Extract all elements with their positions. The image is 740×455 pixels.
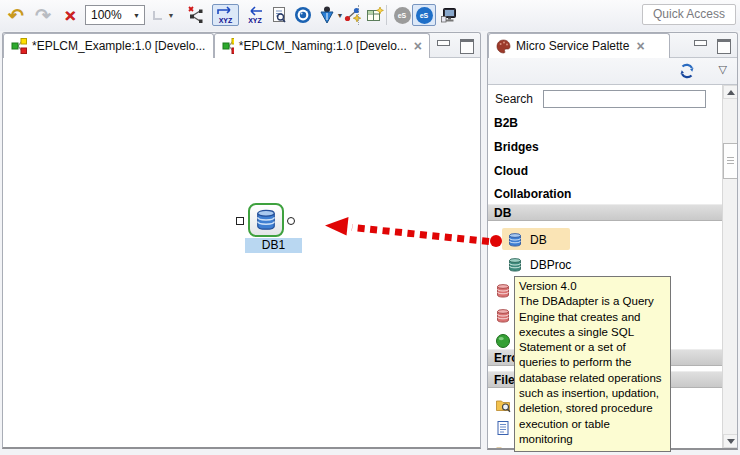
database-red-icon xyxy=(495,283,511,299)
editor-tab-eplcm-naming[interactable]: *EPLCM_Naming:1.0 [Develo... × xyxy=(214,33,430,58)
database-proc-icon xyxy=(507,257,523,273)
file-document-icon xyxy=(495,420,511,436)
scroll-down-icon[interactable] xyxy=(723,434,737,448)
estudio-perspective-icon[interactable]: eS xyxy=(391,4,413,26)
category-db[interactable]: DB xyxy=(488,204,722,221)
category-b2b[interactable]: B2B xyxy=(494,116,518,130)
hide-names-icon[interactable]: XYZ xyxy=(242,4,268,26)
refresh-icon[interactable] xyxy=(677,61,697,85)
editor-area: *EPLCM_Example:1.0 [Develo... *EPLCM_Nam… xyxy=(2,32,481,449)
db-node[interactable] xyxy=(248,203,284,237)
palette-toolbar: ▽ xyxy=(488,58,737,85)
route-breakpoint-icon[interactable] xyxy=(341,4,365,26)
new-table-icon[interactable] xyxy=(363,4,387,26)
close-view-icon[interactable]: × xyxy=(636,39,644,53)
editor-tab-label: *EPLCM_Naming:1.0 [Develo... xyxy=(239,39,407,53)
toolbar-separator xyxy=(358,5,359,25)
view-menu-icon[interactable]: ▽ xyxy=(719,63,727,76)
event-process-icon xyxy=(11,38,27,54)
database-icon xyxy=(254,208,278,232)
scroll-up-icon[interactable] xyxy=(723,85,737,99)
database-icon xyxy=(507,232,523,248)
category-bridges[interactable]: Bridges xyxy=(494,140,539,154)
maximize-icon[interactable] xyxy=(458,38,474,52)
palette-tabstrip: Micro Service Palette × xyxy=(488,33,737,58)
category-cloud[interactable]: Cloud xyxy=(494,164,528,178)
editor-minmax-buttons xyxy=(435,38,474,52)
palette-item-label: DB xyxy=(530,233,547,247)
palette-search-row: Search xyxy=(488,89,737,109)
tooltip-version: Version 4.0 xyxy=(519,279,666,294)
event-process-icon xyxy=(222,38,234,54)
palette-tab-label: Micro Service Palette xyxy=(516,39,629,53)
search-input[interactable] xyxy=(543,90,706,108)
tooltip-body: The DBAdapter is a Query Engine that cre… xyxy=(519,294,666,447)
node-anchor-circle-handle[interactable] xyxy=(287,217,295,225)
maximize-icon[interactable] xyxy=(715,38,731,52)
search-label: Search xyxy=(495,92,533,106)
editor-tab-label: *EPLCM_Example:1.0 [Develo... xyxy=(32,39,205,53)
fit-dropdown-icon[interactable]: ▼ xyxy=(165,4,177,26)
show-names-toggle-icon[interactable]: XYZ xyxy=(212,4,239,26)
find-replace-icon[interactable] xyxy=(267,4,291,26)
node-anchor-square-handle[interactable] xyxy=(236,217,244,225)
server-icon[interactable] xyxy=(437,4,461,26)
estudio-perspective-active-icon[interactable]: eS xyxy=(412,4,436,26)
folder-icon xyxy=(495,444,511,449)
zoom-dropdown-icon[interactable]: ▼ xyxy=(129,12,144,19)
palette-tab[interactable]: Micro Service Palette × xyxy=(488,33,670,58)
folder-search-icon xyxy=(495,397,511,413)
redo-icon[interactable]: ↷ xyxy=(31,4,55,26)
editor-tab-eplcm-example[interactable]: *EPLCM_Example:1.0 [Develo... xyxy=(3,33,214,58)
editor-tabstrip: *EPLCM_Example:1.0 [Develo... *EPLCM_Nam… xyxy=(3,33,480,58)
minimize-icon[interactable] xyxy=(435,38,451,52)
palette-scrollbar[interactable] xyxy=(722,85,737,448)
toolbar-separator xyxy=(386,5,387,25)
zoom-level-value: 100% xyxy=(86,8,129,22)
delete-icon[interactable]: × xyxy=(58,4,82,26)
delete-route-icon[interactable] xyxy=(184,4,208,26)
main-toolbar: ↶ ↷ × 100% ▼ ▼ XYZ XYZ xyxy=(0,0,740,31)
palette-item-db[interactable]: DB xyxy=(488,228,722,251)
palette-minmax-buttons xyxy=(692,38,731,52)
db-adapter-tooltip: Version 4.0 The DBAdapter is a Query Eng… xyxy=(514,276,671,452)
category-collaboration[interactable]: Collaboration xyxy=(494,187,571,201)
minimize-icon[interactable] xyxy=(692,38,708,52)
process-canvas[interactable]: DB1 xyxy=(3,58,480,447)
database-red-icon xyxy=(495,308,511,324)
palette-item-dbproc[interactable]: DBProc xyxy=(488,253,722,276)
scrollbar-thumb[interactable] xyxy=(723,143,737,179)
zoom-level-combo[interactable]: 100% ▼ xyxy=(85,5,145,25)
undo-icon[interactable]: ↶ xyxy=(4,4,28,26)
green-service-icon xyxy=(495,333,511,349)
db-node-label[interactable]: DB1 xyxy=(245,238,302,253)
close-tab-icon[interactable]: × xyxy=(414,39,422,53)
palette-icon xyxy=(496,39,511,54)
palette-item-label: DBProc xyxy=(530,258,571,272)
fit-to-window-icon xyxy=(150,4,166,26)
quick-access-button[interactable]: Quick Access xyxy=(642,4,736,25)
target-icon[interactable] xyxy=(291,4,315,26)
